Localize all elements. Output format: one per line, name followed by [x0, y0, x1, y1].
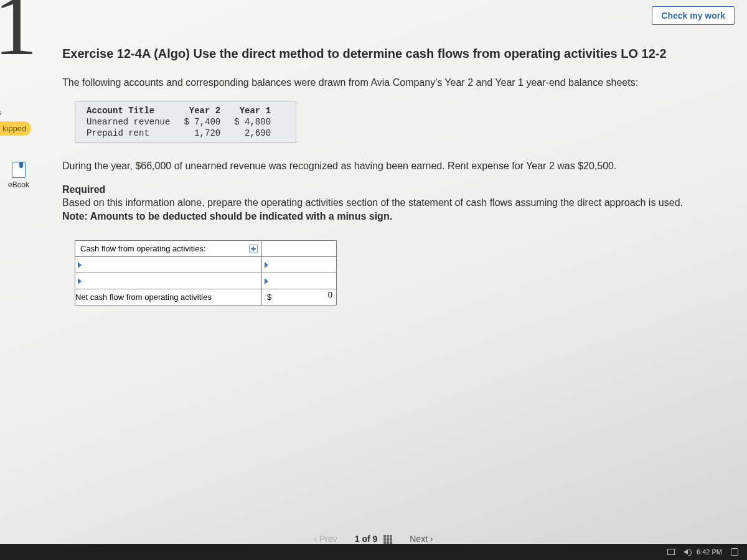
question-card: Exercise 12-4A (Algo) Use the direct met…	[44, 40, 737, 529]
answer-header: Cash flow from operating activities:	[75, 241, 262, 257]
net-cash-flow-value: 0	[328, 290, 332, 299]
table-row: Unearned revenue $ 7,400 $ 4,800	[87, 116, 284, 128]
cell-y2: 1,720	[184, 128, 234, 139]
tray-sound-icon[interactable]	[684, 549, 688, 554]
prev-label: Prev	[319, 534, 337, 544]
prev-button[interactable]: ‹ Prev	[314, 534, 337, 544]
line-item-dropdown[interactable]	[75, 273, 262, 289]
line-item-dropdown[interactable]	[75, 257, 262, 273]
table-row: Prepaid rent 1,720 2,690	[87, 128, 284, 139]
lead-paragraph: The following accounts and corresponding…	[62, 77, 718, 88]
pager-nav: ‹ Prev 1 of 9 Next ›	[0, 534, 747, 544]
windows-taskbar: 6:42 PM	[0, 544, 747, 560]
next-button[interactable]: Next ›	[410, 534, 433, 544]
tray-battery-icon[interactable]	[667, 549, 675, 555]
net-cash-flow-value-cell: $ 0	[262, 289, 337, 306]
check-my-work-button[interactable]: Check my work	[652, 6, 735, 25]
answer-grid: Cash flow from operating activities: Net…	[75, 240, 337, 306]
grid-icon[interactable]	[383, 535, 392, 544]
page-indicator: 1 of 9	[355, 534, 392, 544]
cell-y1: 2,690	[234, 128, 284, 139]
ebook-icon	[12, 162, 26, 178]
cell-y2: $ 7,400	[184, 116, 234, 128]
ebook-link[interactable]: eBook	[0, 162, 37, 189]
col-year2: Year 2	[184, 105, 234, 116]
tray-notifications-icon[interactable]	[731, 548, 738, 556]
line-item-amount[interactable]	[262, 273, 337, 289]
dropdown-caret-icon	[265, 262, 268, 268]
page-indicator-text: 1 of 9	[355, 534, 378, 544]
answer-header-label: Cash flow from operating activities:	[80, 244, 206, 253]
col-year1: Year 1	[234, 105, 284, 116]
plus-icon[interactable]	[249, 245, 258, 253]
cell-title: Prepaid rent	[87, 128, 184, 139]
dropdown-caret-icon	[78, 278, 82, 284]
net-cash-flow-label: Net cash flow from operating activities	[75, 289, 262, 306]
question-number: 1	[0, 0, 37, 68]
dropdown-caret-icon	[78, 262, 82, 268]
tray-clock[interactable]: 6:42 PM	[697, 548, 722, 556]
exercise-title: Exercise 12-4A (Algo) Use the direct met…	[62, 47, 718, 61]
next-label: Next	[410, 534, 428, 544]
currency-symbol: $	[262, 290, 271, 304]
col-account-title: Account Title	[87, 105, 184, 116]
accounts-table: Account Title Year 2 Year 1 Unearned rev…	[75, 101, 296, 143]
cell-title: Unearned revenue	[87, 116, 184, 128]
required-label: Required	[62, 184, 105, 195]
note-text: Note: Amounts to be deducted should be i…	[62, 211, 392, 222]
answer-header-blank	[262, 241, 337, 257]
required-block: Required Based on this information alone…	[62, 183, 718, 223]
dropdown-caret-icon	[265, 278, 268, 284]
required-text: Based on this information alone, prepare…	[62, 197, 683, 208]
line-item-amount[interactable]	[262, 257, 337, 273]
table-row: Account Title Year 2 Year 1	[87, 105, 284, 116]
ebook-label: eBook	[8, 180, 29, 189]
cell-y1: $ 4,800	[234, 116, 284, 128]
during-paragraph: During the year, $66,000 of unearned rev…	[62, 159, 718, 173]
